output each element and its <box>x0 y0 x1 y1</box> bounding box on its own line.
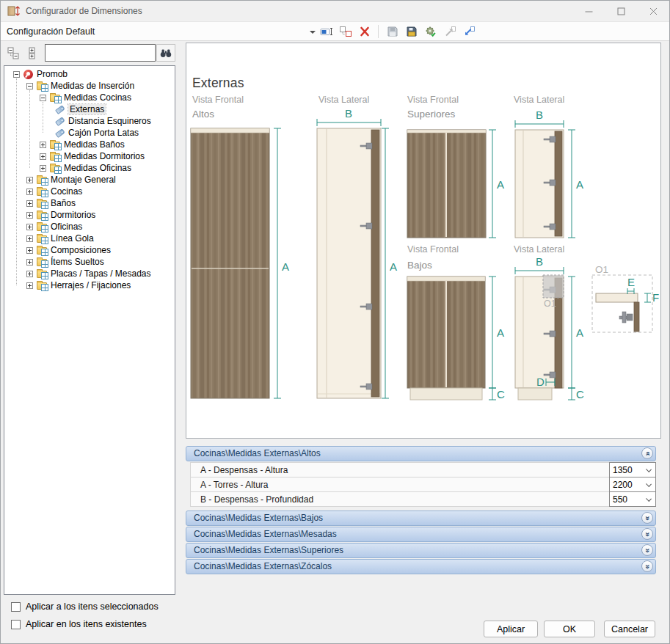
expand-expander-icon[interactable] <box>26 271 33 277</box>
tree-item-banos[interactable]: Baños <box>4 197 175 209</box>
apply-selected-items-checkbox[interactable] <box>11 602 21 612</box>
o1-callout-label: O1 <box>544 299 556 309</box>
cancel-button[interactable]: Cancelar <box>604 621 655 637</box>
chevron-down-icon <box>646 466 652 472</box>
bajos-front-view <box>407 277 485 400</box>
section-title: Cocinas\Medidas Externas\Altos <box>194 448 321 458</box>
minimize-button[interactable] <box>572 1 605 21</box>
import-config-button[interactable] <box>442 24 457 39</box>
config-name[interactable]: Configuración Default <box>7 26 95 37</box>
superiores-front-view <box>407 130 486 238</box>
tree-item-montaje-general[interactable]: Montaje General <box>4 174 175 186</box>
folder-icon <box>37 235 47 243</box>
folder-icon <box>37 189 47 196</box>
save-database-button[interactable] <box>404 24 419 39</box>
tree-item-placas-tapas-mesadas[interactable]: Placas / Tapas / Mesadas <box>4 268 175 279</box>
tree-item-composiciones[interactable]: Composiciones <box>4 244 175 256</box>
tree-item-herrajes-fijaciones[interactable]: Herrajes / Fijaciones <box>4 279 175 291</box>
section-header-bajos[interactable]: Cocinas\Medidas Externas\Bajos » <box>186 511 656 526</box>
copy-config-button[interactable] <box>338 24 353 39</box>
expand-expander-icon[interactable] <box>26 235 33 242</box>
search-input[interactable] <box>45 44 156 62</box>
expand-expander-icon[interactable] <box>26 282 33 289</box>
maximize-button[interactable] <box>605 1 637 21</box>
expand-expander-icon[interactable] <box>40 142 46 148</box>
param-label: A - Despensas - Altura <box>191 465 609 475</box>
folder-icon <box>37 247 47 255</box>
expand-expander-icon[interactable] <box>26 177 33 183</box>
tree-item-label: Promob <box>37 69 68 79</box>
combo-torres-altura[interactable]: 2200 <box>609 477 656 492</box>
export-config-button[interactable] <box>461 24 476 39</box>
expand-expander-icon[interactable] <box>26 212 33 219</box>
folder-icon <box>37 200 47 208</box>
save-config-button[interactable] <box>385 24 400 39</box>
tree-item-label: Medidas Oficinas <box>64 163 131 173</box>
chevron-down-icon: » <box>644 564 652 568</box>
section-header-superiores[interactable]: Cocinas\Medidas Externas\Superiores » <box>186 543 656 558</box>
tree-item-dormitorios[interactable]: Dormitorios <box>4 209 175 221</box>
expand-expander-icon[interactable] <box>26 224 33 230</box>
rename-config-button[interactable] <box>318 24 334 39</box>
binoculars-icon <box>159 47 173 59</box>
export-arrow-icon <box>462 26 476 37</box>
apply-existing-items-checkbox[interactable] <box>11 620 21 629</box>
expand-section-button[interactable]: » <box>641 512 653 524</box>
altos-side-view <box>317 128 381 398</box>
collapse-expander-icon[interactable] <box>26 83 33 89</box>
combo-despensas-profundidad[interactable]: 550 <box>609 491 656 507</box>
tree-item-oficinas[interactable]: Oficinas <box>4 221 175 233</box>
app-icon <box>7 5 21 17</box>
checkbox-label: Aplicar a los itens seleccionados <box>26 601 159 612</box>
apply-button[interactable]: Aplicar <box>484 621 538 637</box>
save-database-icon <box>405 26 418 37</box>
section-header-zocalos[interactable]: Cocinas\Medidas Externas\Zócalos » <box>186 559 656 574</box>
expand-section-button[interactable]: » <box>641 528 653 540</box>
dimension-line-a <box>489 277 496 388</box>
tree-item-label: Distancia Esquineros <box>68 116 151 126</box>
config-toolbar: Configuración Default <box>1 21 669 41</box>
collapse-expander-icon[interactable] <box>40 95 46 101</box>
dimension-line-b <box>515 267 564 274</box>
dim-label-c: C <box>497 388 505 400</box>
section-header-mesadas[interactable]: Cocinas\Medidas Externas\Mesadas » <box>186 527 656 542</box>
expand-expander-icon[interactable] <box>26 247 33 254</box>
dimension-line-a <box>568 130 575 238</box>
folder-icon <box>50 153 60 161</box>
expand-expander-icon[interactable] <box>26 200 33 207</box>
apply-existing-items-option: Aplicar en los itens existentes <box>11 619 147 629</box>
close-button[interactable] <box>637 1 669 21</box>
dim-label-f: F <box>652 291 659 304</box>
config-dropdown-caret[interactable] <box>310 31 316 34</box>
ok-button-label: OK <box>563 624 576 634</box>
ok-button[interactable]: OK <box>544 621 595 637</box>
tree-item-label: Baños <box>51 198 76 208</box>
expand-all-button[interactable] <box>23 45 40 61</box>
collapse-all-button[interactable] <box>5 45 21 61</box>
expand-section-button[interactable]: » <box>641 544 653 556</box>
tree-item-linea-gola[interactable]: Línea Gola <box>4 233 175 244</box>
expand-expander-icon[interactable] <box>40 153 46 160</box>
tree-item-label: Dormitorios <box>51 210 95 220</box>
apply-config-button-toolbar[interactable] <box>423 24 438 39</box>
expand-expander-icon[interactable] <box>26 189 33 195</box>
tree-item-cocinas[interactable]: Cocinas <box>4 186 175 197</box>
delete-config-button[interactable] <box>357 24 372 39</box>
find-button[interactable] <box>156 44 175 62</box>
combo-despensas-altura[interactable]: 1350 <box>609 462 656 477</box>
expand-expander-icon[interactable] <box>26 259 33 266</box>
expand-expander-icon[interactable] <box>40 165 46 172</box>
collapse-section-button[interactable]: » <box>641 447 653 459</box>
tree-item-items-sueltos[interactable]: Ítems Sueltos <box>4 256 175 268</box>
tree-item-promob[interactable]: Promob <box>4 68 175 80</box>
tree-item-label: Herrajes / Fijaciones <box>51 280 131 290</box>
expand-section-button[interactable]: » <box>641 560 653 572</box>
tree-item-label: Externas <box>68 104 106 114</box>
tree-item-label: Cocinas <box>51 186 82 197</box>
section-header-altos[interactable]: Cocinas\Medidas Externas\Altos » <box>186 446 656 461</box>
collapse-expander-icon[interactable] <box>13 71 20 78</box>
rename-config-icon <box>320 26 333 37</box>
dim-label-a: A <box>390 260 397 273</box>
chevron-down-icon <box>646 481 652 487</box>
dim-label-e: E <box>627 276 635 288</box>
